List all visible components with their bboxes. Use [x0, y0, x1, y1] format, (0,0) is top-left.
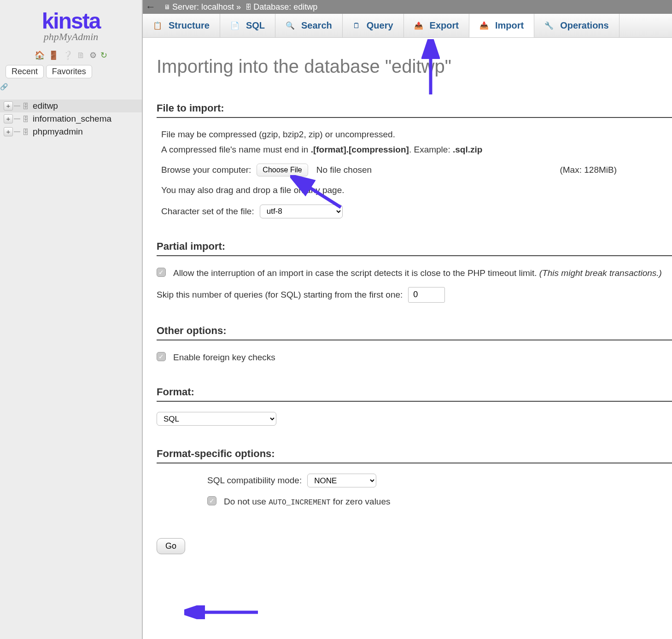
max-size: (Max: 128MiB) — [560, 165, 617, 175]
operations-icon: 🔧 — [544, 21, 554, 30]
compat-select[interactable]: NONE — [307, 474, 376, 487]
query-icon: 🗒 — [353, 22, 360, 30]
logo-primary: KINSTA — [0, 11, 142, 31]
db-item-information-schema[interactable]: + 🗄 information_schema — [0, 112, 142, 125]
database-icon: 🗄 — [22, 128, 29, 136]
tab-label: Query — [367, 20, 393, 31]
sidebar-toolbar: 🏠 🚪 ❔ 🗎 ⚙ ↻ — [0, 50, 142, 60]
charset-label: Character set of the file: — [161, 206, 254, 217]
tab-favorites[interactable]: Favorites — [46, 65, 92, 78]
tab-sql[interactable]: 📄SQL — [220, 14, 275, 37]
compat-label: SQL compatibility mode: — [207, 475, 302, 486]
tab-search[interactable]: 🔍Search — [275, 14, 343, 37]
sql-icon[interactable]: 🗎 — [77, 51, 85, 60]
tab-label: Operations — [560, 20, 609, 31]
file-note-1: File may be compressed (gzip, bzip2, zip… — [161, 128, 672, 141]
section-partial-heading: Partial import: — [157, 240, 672, 256]
server-icon: 🖥 — [164, 3, 170, 11]
home-icon[interactable]: 🏠 — [35, 51, 45, 60]
db-label: phpmyadmin — [33, 127, 83, 137]
link-icon[interactable]: 🔗 — [0, 83, 128, 90]
breadcrumb-db[interactable]: editwp — [293, 2, 317, 12]
page-title: Importing into the database "editwp" — [157, 56, 672, 77]
search-icon: 🔍 — [286, 21, 295, 30]
reload-icon[interactable]: ↻ — [100, 51, 107, 60]
tab-export[interactable]: 📤Export — [404, 14, 469, 37]
tree-line — [14, 106, 20, 106]
tab-label: SQL — [246, 20, 265, 31]
checkbox-fk-label: Enable foreign key checks — [173, 351, 275, 364]
tab-label: Search — [301, 20, 332, 31]
section-other-heading: Other options: — [157, 325, 672, 340]
logo-sub: phpMyAdmin — [0, 31, 142, 43]
expand-icon[interactable]: + — [4, 101, 13, 111]
tab-recent[interactable]: Recent — [6, 65, 44, 78]
help-icon[interactable]: ❔ — [63, 51, 73, 60]
db-label: editwp — [33, 101, 58, 111]
database-icon: 🗄 — [22, 115, 29, 123]
breadcrumb-sep: » — [236, 2, 241, 12]
breadcrumb-server[interactable]: localhost — [201, 2, 234, 12]
format-select[interactable]: SQL — [157, 412, 276, 426]
breadcrumb: ← 🖥 Server: localhost » 🗄 Database: edit… — [143, 0, 672, 14]
section-format-heading: Format: — [157, 386, 672, 402]
expand-icon[interactable]: + — [4, 114, 13, 123]
back-icon[interactable]: ← — [146, 1, 156, 13]
checkbox-auto-increment[interactable]: ✓ — [207, 496, 216, 505]
section-fso-heading: Format-specific options: — [157, 448, 672, 463]
structure-icon: 📋 — [153, 21, 162, 30]
choose-file-button[interactable]: Choose File — [257, 164, 308, 176]
sidebar: KINSTA phpMyAdmin 🏠 🚪 ❔ 🗎 ⚙ ↻ Recent Fav… — [0, 0, 143, 639]
breadcrumb-server-label: Server: — [172, 2, 199, 12]
exit-icon[interactable]: 🚪 — [48, 51, 58, 60]
database-icon: 🗄 — [22, 102, 29, 110]
checkbox-auto-increment-label: Do not use AUTO_INCREMENT for zero value… — [224, 495, 391, 509]
tab-query[interactable]: 🗒Query — [343, 14, 404, 37]
tree-line — [14, 118, 20, 119]
charset-select[interactable]: utf-8 — [260, 205, 343, 218]
drag-note: You may also drag and drop a file on any… — [161, 184, 672, 197]
tab-structure[interactable]: 📋Structure — [143, 14, 220, 37]
database-list: + 🗄 editwp + 🗄 information_schema + 🗄 ph… — [0, 100, 142, 138]
checkbox-fk[interactable]: ✓ — [157, 352, 166, 361]
main: ← 🖥 Server: localhost » 🗄 Database: edit… — [143, 0, 672, 639]
export-icon: 📤 — [414, 21, 423, 30]
tab-label: Import — [495, 20, 524, 31]
tab-label: Structure — [169, 20, 210, 31]
tab-operations[interactable]: 🔧Operations — [534, 14, 619, 37]
tab-import[interactable]: 📥Import — [469, 14, 534, 37]
expand-icon[interactable]: + — [4, 127, 13, 136]
database-icon: 🗄 — [245, 3, 251, 11]
checkbox-allow-interrupt-label: Allow the interruption of an import in c… — [173, 266, 662, 280]
tab-label: Export — [430, 20, 459, 31]
checkbox-allow-interrupt[interactable]: ✓ — [157, 268, 166, 277]
go-button[interactable]: Go — [157, 538, 185, 554]
content: Importing into the database "editwp" Fil… — [143, 38, 672, 639]
logo: KINSTA phpMyAdmin — [0, 0, 142, 43]
file-note-2: A compressed file's name must end in .[f… — [161, 143, 672, 157]
skip-label: Skip this number of queries (for SQL) st… — [157, 290, 403, 300]
tree-line — [14, 131, 20, 132]
sidebar-mini-tabs: Recent Favorites — [0, 65, 142, 78]
gear-icon[interactable]: ⚙ — [89, 51, 97, 60]
db-item-editwp[interactable]: + 🗄 editwp — [0, 100, 142, 112]
section-file-heading: File to import: — [157, 102, 672, 118]
browse-label: Browse your computer: — [161, 165, 251, 175]
db-label: information_schema — [33, 114, 111, 124]
no-file-text: No file chosen — [316, 165, 372, 175]
db-item-phpmyadmin[interactable]: + 🗄 phpmyadmin — [0, 125, 142, 138]
breadcrumb-db-label: Database: — [253, 2, 291, 12]
import-icon: 📥 — [479, 21, 489, 30]
skip-input[interactable] — [408, 287, 445, 303]
sql-icon: 📄 — [230, 21, 240, 30]
tab-bar: 📋Structure 📄SQL 🔍Search 🗒Query 📤Export 📥… — [143, 14, 672, 38]
